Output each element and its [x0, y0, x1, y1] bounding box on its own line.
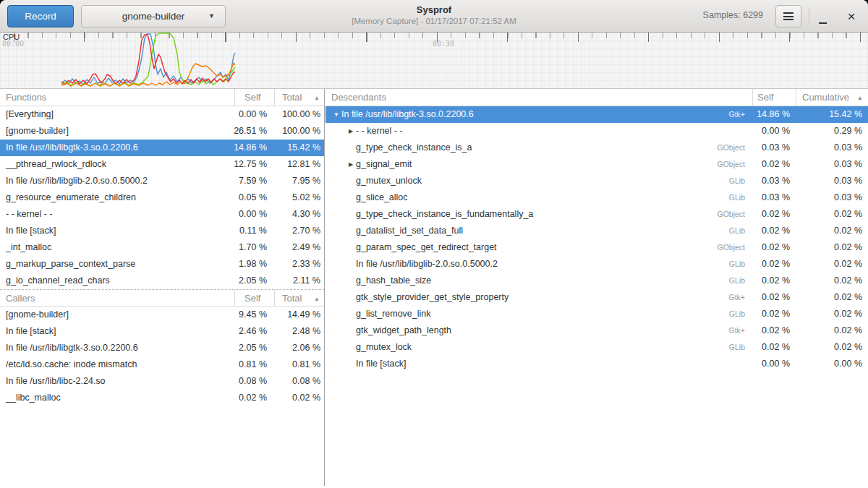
cpu-timeline-graph[interactable]: CPU 00:00 00:30 — [0, 33, 868, 89]
record-button[interactable]: Record — [7, 5, 74, 27]
tree-row[interactable]: In file [stack]0.00 %0.00 % — [326, 356, 868, 372]
time-label-start: 00:00 — [2, 40, 24, 48]
total-percent: 2.11 % — [274, 273, 325, 289]
expander-spacer — [346, 273, 356, 289]
self-percent: 26.51 % — [229, 123, 274, 140]
tree-row[interactable]: g_param_spec_get_redirect_targetGObject0… — [326, 239, 868, 256]
descendant-name: gtk_style_provider_get_style_property — [356, 289, 729, 306]
column-header-total[interactable]: Total▲ — [274, 290, 325, 306]
pane-divider[interactable] — [324, 89, 325, 486]
table-row[interactable]: [Everything]0.00 %100.00 % — [0, 106, 325, 123]
library-tag: Gtk+ — [729, 289, 752, 306]
table-row[interactable]: In file /usr/lib/libglib-2.0.so.0.5000.2… — [0, 173, 325, 189]
functions-table-body: [Everything]0.00 %100.00 %[gnome-builder… — [0, 106, 325, 289]
self-percent: 0.00 % — [229, 206, 274, 223]
table-row[interactable]: g_markup_parse_context_parse1.98 %2.33 % — [0, 256, 325, 273]
descendant-name: g_type_check_instance_is_a — [356, 140, 717, 156]
descendant-name: g_datalist_id_set_data_full — [356, 223, 729, 239]
tree-row[interactable]: g_hash_table_sizeGLib0.02 %0.02 % — [326, 273, 868, 289]
descendant-name: - - kernel - - — [356, 123, 745, 140]
descendant-name: In file /usr/lib/libgtk-3.so.0.2200.6 — [341, 106, 729, 123]
minimize-button[interactable] — [812, 5, 833, 27]
expander-open-icon[interactable]: ▼ — [331, 106, 341, 123]
table-row[interactable]: [gnome-builder]26.51 %100.00 % — [0, 123, 325, 140]
self-percent: 14.86 % — [229, 140, 274, 156]
total-percent: 2.06 % — [274, 340, 325, 356]
tree-row[interactable]: g_slice_allocGLib0.03 %0.03 % — [326, 189, 868, 206]
expander-spacer — [346, 223, 356, 239]
cumulative-percent: 0.00 % — [796, 356, 868, 372]
column-header-self[interactable]: Self — [234, 290, 274, 306]
tree-row[interactable]: g_type_check_instance_is_fundamentally_a… — [326, 206, 868, 223]
table-row[interactable]: /etc/ld.so.cache: inode mismatch0.81 %0.… — [0, 356, 325, 373]
column-header-total[interactable]: Total▲ — [274, 89, 325, 106]
self-percent: 0.05 % — [229, 189, 274, 206]
descendants-table-body: ▼In file /usr/lib/libgtk-3.so.0.2200.6Gt… — [326, 106, 868, 372]
table-row[interactable]: In file [stack]2.46 %2.48 % — [0, 323, 325, 340]
expander-closed-icon[interactable]: ▶ — [346, 123, 356, 140]
table-row[interactable]: - - kernel - -0.00 %4.30 % — [0, 206, 325, 223]
table-row[interactable]: In file [stack]0.11 %2.70 % — [0, 223, 325, 239]
tree-row[interactable]: ▶- - kernel - -0.00 %0.29 % — [326, 123, 868, 140]
close-icon: × — [847, 9, 855, 24]
table-row[interactable]: In file /usr/lib/libc-2.24.so0.08 %0.08 … — [0, 373, 325, 390]
cumulative-percent: 0.03 % — [796, 173, 868, 189]
descendant-name: g_mutex_unlock — [356, 173, 729, 189]
column-header-callers[interactable]: Callers — [0, 290, 234, 306]
tree-row[interactable]: g_mutex_lockGLib0.02 %0.02 % — [326, 339, 868, 356]
column-header-cumulative[interactable]: Cumulative▲ — [796, 89, 868, 106]
self-percent: 0.03 % — [752, 140, 796, 156]
tree-row[interactable]: gtk_widget_path_lengthGtk+0.02 %0.02 % — [326, 322, 868, 339]
tree-row[interactable]: gtk_style_provider_get_style_propertyGtk… — [326, 289, 868, 306]
process-selector-dropdown[interactable]: gnome-builder ▼ — [81, 5, 226, 27]
library-tag: GLib — [729, 273, 752, 289]
cumulative-percent: 0.02 % — [796, 273, 868, 289]
column-header-descendants[interactable]: Descendants — [326, 89, 752, 106]
table-row[interactable]: g_resource_enumerate_children0.05 %5.02 … — [0, 189, 325, 206]
expander-spacer — [346, 206, 356, 223]
library-tag: Gtk+ — [729, 322, 752, 339]
descendants-table-header: Descendants Self Cumulative▲ — [326, 89, 868, 106]
library-tag: GLib — [729, 173, 752, 189]
table-row[interactable]: __libc_malloc0.02 %0.02 % — [0, 390, 325, 406]
close-button[interactable]: × — [841, 5, 862, 27]
cumulative-percent: 0.02 % — [796, 206, 868, 223]
library-tag — [745, 356, 752, 372]
titlebar-separator — [809, 7, 809, 25]
total-percent: 100.00 % — [274, 123, 325, 140]
sort-ascending-icon: ▲ — [314, 90, 320, 106]
callers-table-header[interactable]: Callers Self Total▲ — [0, 289, 325, 307]
tree-row[interactable]: g_datalist_id_set_data_fullGLib0.02 %0.0… — [326, 223, 868, 239]
self-percent: 0.81 % — [229, 356, 274, 373]
table-row[interactable]: In file /usr/lib/libgtk-3.so.0.2200.614.… — [0, 140, 325, 156]
tree-row[interactable]: ▼In file /usr/lib/libgtk-3.so.0.2200.6Gt… — [326, 106, 868, 123]
table-row[interactable]: _int_malloc1.70 %2.49 % — [0, 239, 325, 256]
self-percent: 1.70 % — [229, 239, 274, 256]
total-percent: 4.30 % — [274, 206, 325, 223]
column-header-self[interactable]: Self — [234, 89, 274, 106]
column-header-functions[interactable]: Functions — [0, 89, 234, 106]
tree-row[interactable]: ▶g_signal_emitGObject0.02 %0.03 % — [326, 156, 868, 173]
tree-row[interactable]: g_type_check_instance_is_aGObject0.03 %0… — [326, 140, 868, 156]
table-row[interactable]: [gnome-builder]9.45 %14.49 % — [0, 307, 325, 323]
expander-closed-icon[interactable]: ▶ — [346, 156, 356, 173]
table-row[interactable]: __pthread_rwlock_rdlock12.75 %12.81 % — [0, 156, 325, 173]
table-row[interactable]: In file /usr/lib/libgtk-3.so.0.2200.62.0… — [0, 340, 325, 356]
cumulative-percent: 0.02 % — [796, 289, 868, 306]
function-name: In file /usr/lib/libglib-2.0.so.0.5000.2 — [0, 173, 229, 189]
caller-name: In file /usr/lib/libc-2.24.so — [0, 373, 229, 390]
cumulative-percent: 0.02 % — [796, 339, 868, 356]
tree-row[interactable]: In file /usr/lib/libglib-2.0.so.0.5000.2… — [326, 256, 868, 273]
tree-row[interactable]: g_mutex_unlockGLib0.03 %0.03 % — [326, 173, 868, 189]
library-tag: GLib — [729, 306, 752, 322]
functions-pane: Functions Self Total▲ [Everything]0.00 %… — [0, 89, 325, 406]
expander-spacer — [346, 140, 356, 156]
column-header-self[interactable]: Self — [752, 89, 796, 106]
menu-button[interactable] — [775, 5, 801, 27]
table-row[interactable]: g_io_channel_read_chars2.05 %2.11 % — [0, 273, 325, 289]
tree-row[interactable]: g_list_remove_linkGLib0.02 %0.02 % — [326, 306, 868, 322]
total-percent: 12.81 % — [274, 156, 325, 173]
library-tag: GObject — [717, 140, 752, 156]
function-name: g_io_channel_read_chars — [0, 273, 229, 289]
descendants-pane: Descendants Self Cumulative▲ ▼In file /u… — [326, 89, 868, 372]
